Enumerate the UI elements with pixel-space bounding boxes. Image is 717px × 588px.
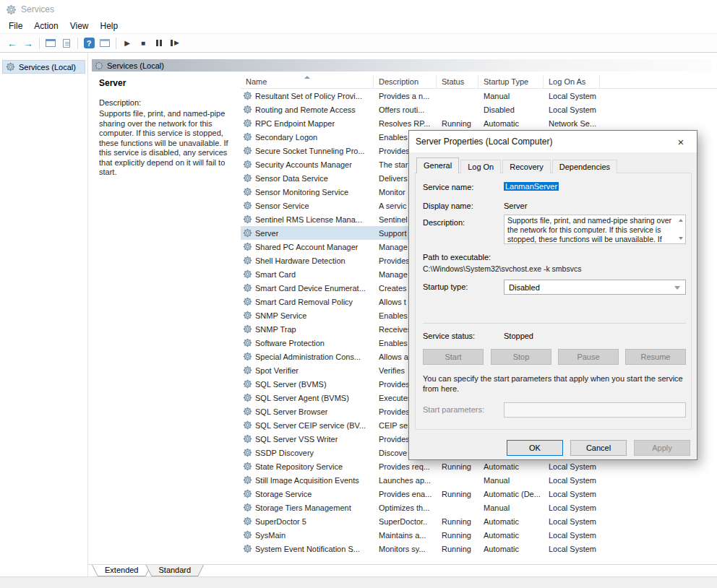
service-description: Provides a n... xyxy=(374,89,437,103)
service-name: Shared PC Account Manager xyxy=(255,243,358,251)
service-log-on-as: Local System xyxy=(544,89,600,103)
service-description: Launches ap... xyxy=(374,473,437,487)
column-header-log-on-as[interactable]: Log On As xyxy=(544,75,600,89)
service-status: Running xyxy=(437,487,478,501)
extended-description-pane: Server Description: Supports file, print… xyxy=(92,72,241,565)
dialog-description-box[interactable]: Supports file, print, and named-pipe sha… xyxy=(504,215,686,244)
service-name: Smart Card Removal Policy xyxy=(255,298,353,306)
service-gear-icon xyxy=(243,256,252,265)
service-name: Storage Tiers Management xyxy=(255,503,351,512)
chevron-down-icon xyxy=(674,286,680,290)
service-log-on-as: Local System xyxy=(544,501,600,514)
service-name: Sensor Data Service xyxy=(255,174,328,183)
service-name: Smart Card xyxy=(255,270,296,279)
menu-help[interactable]: Help xyxy=(95,20,124,33)
services-app-icon xyxy=(6,4,17,15)
column-header-name[interactable]: Name xyxy=(241,75,374,89)
toolbar-separator xyxy=(116,38,116,49)
service-startup-type: Automatic xyxy=(478,542,544,555)
service-gear-icon xyxy=(243,434,252,444)
scroll-up-icon[interactable] xyxy=(679,219,683,222)
start-button: Start xyxy=(423,349,484,365)
column-header-description[interactable]: Description xyxy=(374,75,437,89)
service-name: Still Image Acquisition Events xyxy=(255,476,359,485)
service-row[interactable]: Routing and Remote Access Offers routi..… xyxy=(241,103,600,116)
ok-button[interactable]: OK xyxy=(507,440,563,456)
toolbar-separator xyxy=(39,38,40,49)
service-gear-icon xyxy=(243,352,252,361)
service-row[interactable]: Still Image Acquisition Events Launches … xyxy=(241,473,600,487)
service-row[interactable]: State Repository Service Provides req...… xyxy=(241,459,600,473)
service-name: SNMP Service xyxy=(255,311,306,320)
sidebar-item-label: Services (Local) xyxy=(19,63,76,72)
tab-extended[interactable]: Extended xyxy=(92,565,151,576)
service-log-on-as: Network Se... xyxy=(544,116,600,130)
service-name: SQL Server (BVMS) xyxy=(255,380,327,389)
restart-service-icon[interactable]: ▶ xyxy=(167,35,183,51)
service-name: Smart Card Device Enumerat... xyxy=(255,284,366,293)
service-status: Running xyxy=(437,116,478,130)
menu-file[interactable]: File xyxy=(3,20,28,33)
service-description: Monitors sy... xyxy=(374,542,437,555)
column-header-status[interactable]: Status xyxy=(437,75,478,89)
pause-service-icon[interactable] xyxy=(151,35,167,51)
service-startup-type: Manual xyxy=(478,501,544,514)
service-row[interactable]: SysMain Maintains a... Running Automatic… xyxy=(241,528,600,542)
service-gear-icon xyxy=(243,118,252,128)
service-gear-icon xyxy=(243,338,252,347)
service-gear-icon xyxy=(243,228,252,238)
service-gear-icon xyxy=(243,297,252,306)
service-startup-type: Automatic xyxy=(478,514,544,528)
window-titlebar[interactable]: Services xyxy=(0,0,717,19)
help-icon[interactable]: ? xyxy=(81,35,97,51)
service-row[interactable]: Resultant Set of Policy Provi... Provide… xyxy=(241,89,600,103)
service-row[interactable]: System Event Notification S... Monitors … xyxy=(241,542,600,555)
tab-general[interactable]: General xyxy=(416,157,459,173)
service-startup-type: Disabled xyxy=(478,103,544,116)
service-name: RPC Endpoint Mapper xyxy=(255,119,335,128)
tab-dependencies[interactable]: Dependencies xyxy=(552,160,617,173)
service-description: Provides req... xyxy=(374,459,437,473)
export-list-icon[interactable] xyxy=(59,35,74,51)
service-name: SSDP Discovery xyxy=(255,449,314,457)
start-service-icon[interactable]: ▶ xyxy=(119,35,135,51)
service-status: Running xyxy=(437,514,478,528)
cancel-button[interactable]: Cancel xyxy=(570,440,627,456)
service-gear-icon xyxy=(243,324,252,334)
service-log-on-as: Local System xyxy=(544,473,600,487)
service-name: Secondary Logon xyxy=(255,133,317,142)
dialog-description-text: Supports file, print, and named-pipe sha… xyxy=(507,216,671,244)
service-gear-icon xyxy=(243,311,252,320)
service-name: SQL Server VSS Writer xyxy=(255,435,338,444)
scroll-down-icon[interactable] xyxy=(679,237,683,240)
service-status xyxy=(437,103,478,116)
service-row[interactable]: Storage Service Provides ena... Running … xyxy=(241,487,600,501)
service-row[interactable]: RPC Endpoint Mapper Resolves RP... Runni… xyxy=(241,116,600,130)
back-icon[interactable]: ← xyxy=(4,35,20,51)
service-row[interactable]: SuperDoctor 5 SuperDoctor.. Running Auto… xyxy=(241,514,600,528)
service-gear-icon xyxy=(243,530,252,540)
tab-recovery[interactable]: Recovery xyxy=(502,160,550,173)
stop-service-icon[interactable]: ■ xyxy=(135,35,151,51)
dialog-titlebar[interactable]: Server Properties (Local Computer) xyxy=(409,131,697,152)
service-gear-icon xyxy=(243,503,252,512)
result-pane-header-label: Services (Local) xyxy=(107,61,164,70)
startup-type-dropdown[interactable]: Disabled xyxy=(504,280,686,295)
tab-log-on[interactable]: Log On xyxy=(460,160,501,173)
tab-standard[interactable]: Standard xyxy=(145,565,204,576)
show-console-tree-icon[interactable] xyxy=(43,35,59,51)
properties-icon[interactable] xyxy=(97,35,113,51)
service-row[interactable]: Storage Tiers Management Optimizes th...… xyxy=(241,501,600,514)
service-name: Resultant Set of Policy Provi... xyxy=(255,92,362,100)
forward-icon[interactable]: → xyxy=(20,35,36,51)
console-tree-pane: Services (Local) xyxy=(0,53,88,576)
menu-view[interactable]: View xyxy=(64,20,95,33)
column-header-startup-type[interactable]: Startup Type xyxy=(478,75,544,89)
service-gear-icon xyxy=(243,489,252,498)
sidebar-item-services-local[interactable]: Services (Local) xyxy=(2,60,85,74)
service-gear-icon xyxy=(243,516,252,526)
close-icon[interactable]: × xyxy=(666,131,696,152)
selected-service-title: Server xyxy=(99,78,233,88)
menu-action[interactable]: Action xyxy=(28,20,64,33)
service-log-on-as: Local System xyxy=(544,487,600,501)
